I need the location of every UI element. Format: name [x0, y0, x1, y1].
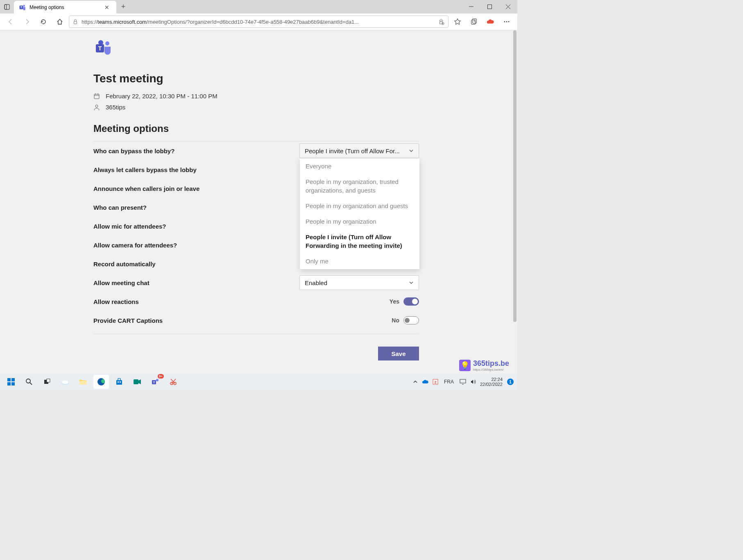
svg-rect-40	[116, 380, 122, 385]
mic-label: Allow mic for attendees?	[93, 223, 166, 230]
menu-icon[interactable]	[499, 15, 514, 28]
refresh-button[interactable]	[36, 15, 51, 28]
scrollbar-thumb[interactable]	[513, 30, 516, 322]
start-button[interactable]	[3, 375, 19, 389]
tab-actions-button[interactable]	[0, 0, 14, 14]
system-tray: 2 FRA 22:24 22/02/2022 1	[413, 377, 514, 387]
cloud-icon[interactable]	[483, 15, 498, 28]
snip-button[interactable]	[165, 375, 181, 389]
svg-rect-41	[118, 381, 119, 383]
reactions-toggle[interactable]	[403, 297, 419, 306]
present-label: Who can present?	[93, 204, 147, 211]
svg-text:+: +	[442, 22, 444, 25]
new-tab-button[interactable]: +	[116, 0, 130, 14]
tray-icon[interactable]: 2	[433, 379, 438, 385]
save-button[interactable]: Save	[378, 347, 419, 360]
svg-line-33	[30, 383, 32, 385]
chat-dropdown-value: Enabled	[305, 279, 409, 286]
favorites-icon[interactable]	[450, 15, 465, 28]
address-bar[interactable]: https://teams.microsoft.com/meetingOptio…	[69, 16, 449, 28]
svg-point-37	[62, 381, 68, 384]
language-indicator[interactable]: FRA	[442, 379, 455, 385]
svg-text:1: 1	[509, 380, 512, 384]
announce-label: Announce when callers join or leave	[93, 185, 199, 192]
svg-rect-29	[11, 378, 15, 381]
calendar-icon	[93, 93, 100, 100]
store-button[interactable]	[111, 375, 127, 389]
svg-point-4	[23, 5, 25, 7]
reading-mode-icon[interactable]: +	[437, 18, 445, 25]
lobby-dropdown-value: People I invite (Turn off Allow For...	[305, 147, 409, 154]
svg-rect-6	[488, 5, 492, 9]
reactions-label: Allow reactions	[93, 298, 139, 305]
search-button[interactable]	[21, 375, 37, 389]
lobby-option[interactable]: People in my organization, trusted organ…	[300, 174, 419, 198]
scrollbar-vertical[interactable]	[512, 30, 517, 374]
tab-title: Meeting options	[29, 5, 99, 10]
lobby-option-selected[interactable]: People I invite (Turn off Allow Forwardi…	[300, 229, 419, 254]
svg-rect-38	[79, 381, 87, 385]
lobby-option[interactable]: People in my organization	[300, 214, 419, 229]
teams-logo: T	[93, 39, 113, 58]
svg-text:T: T	[98, 45, 102, 52]
taskbar-app[interactable]	[57, 375, 73, 389]
window-titlebar: T Meeting options ✕ +	[0, 0, 517, 14]
browser-toolbar: https://teams.microsoft.com/meetingOptio…	[0, 14, 517, 30]
collections-icon[interactable]	[467, 15, 481, 28]
callers-bypass-label: Always let callers bypass the lobby	[93, 166, 197, 173]
organizer-row: 365tips	[93, 104, 419, 111]
lobby-option[interactable]: Everyone	[300, 159, 419, 174]
lobby-option[interactable]: People in my organization and guests	[300, 198, 419, 214]
teams-icon: T	[19, 4, 26, 11]
svg-text:2: 2	[434, 380, 436, 384]
file-explorer-button[interactable]	[75, 375, 91, 389]
svg-rect-23	[94, 94, 99, 99]
chevron-down-icon	[409, 280, 414, 285]
windows-taskbar: T 9+ 2 FRA 22:24 22/02/2022 1	[0, 374, 517, 390]
page-viewport: T Test meeting February 22, 2022, 10:30 …	[0, 30, 512, 374]
chat-dropdown[interactable]: Enabled	[299, 275, 419, 290]
svg-rect-42	[120, 381, 121, 383]
camera-label: Allow camera for attendees?	[93, 242, 177, 249]
meet-button[interactable]	[129, 375, 145, 389]
section-title: Meeting options	[93, 123, 419, 134]
svg-text:T: T	[153, 381, 155, 384]
cart-state: No	[392, 317, 399, 324]
edge-button[interactable]	[93, 375, 109, 389]
notification-center-icon[interactable]: 1	[507, 378, 514, 385]
svg-point-27	[95, 105, 98, 107]
maximize-button[interactable]	[480, 0, 499, 14]
display-tray-icon[interactable]	[460, 379, 466, 385]
svg-point-17	[506, 21, 507, 23]
lobby-dropdown-menu: Everyone People in my organization, trus…	[300, 159, 419, 269]
meeting-datetime-row: February 22, 2022, 10:30 PM - 11:00 PM	[93, 93, 419, 100]
clock[interactable]: 22:24 22/02/2022	[480, 377, 503, 387]
cart-toggle[interactable]	[403, 316, 419, 324]
svg-point-16	[504, 21, 505, 23]
url-text: https://teams.microsoft.com/meetingOptio…	[82, 19, 359, 25]
svg-rect-35	[47, 379, 50, 382]
close-tab-icon[interactable]: ✕	[102, 3, 111, 11]
lock-icon	[72, 19, 78, 25]
home-button[interactable]	[52, 15, 67, 28]
lobby-dropdown[interactable]: People I invite (Turn off Allow For... E…	[299, 143, 419, 158]
svg-rect-9	[74, 21, 77, 24]
lobby-option[interactable]: Only me	[300, 254, 419, 269]
divider	[93, 334, 419, 334]
svg-rect-53	[460, 379, 466, 383]
lobby-label: Who can bypass the lobby?	[93, 147, 174, 154]
chevron-up-icon[interactable]	[413, 379, 418, 384]
back-button[interactable]	[3, 15, 18, 28]
svg-rect-1	[5, 5, 7, 9]
volume-icon[interactable]	[470, 379, 476, 385]
close-window-button[interactable]	[499, 0, 517, 14]
onedrive-tray-icon[interactable]	[422, 379, 428, 384]
task-view-button[interactable]	[39, 375, 55, 389]
forward-button[interactable]	[20, 15, 34, 28]
minimize-button[interactable]	[462, 0, 480, 14]
record-label: Record automatically	[93, 261, 156, 268]
svg-point-19	[105, 41, 109, 45]
browser-tab[interactable]: T Meeting options ✕	[14, 1, 116, 14]
teams-taskbar-button[interactable]: T 9+	[147, 375, 163, 389]
svg-point-46	[156, 379, 159, 381]
